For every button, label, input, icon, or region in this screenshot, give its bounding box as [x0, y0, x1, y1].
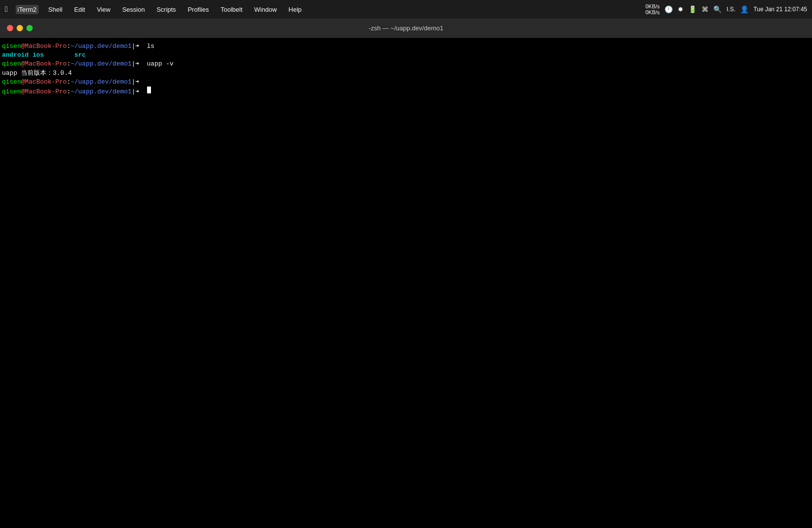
- ls-item-ios: ios: [32, 51, 43, 60]
- menu-item-shell[interactable]: Shell: [46, 5, 64, 14]
- cmd-1: ls: [139, 42, 154, 51]
- prompt-host-3: MacBook-Pro: [25, 60, 67, 68]
- terminal-line-6[interactable]: qisen@MacBook-Pro:~/uapp.dev/demo1|➜: [2, 87, 810, 96]
- prompt-arrow-3: ➜: [135, 60, 139, 68]
- ls-space-1: [29, 51, 33, 60]
- cmd-space-6: [139, 88, 147, 96]
- prompt-at-6: @: [21, 88, 25, 96]
- prompt-arrow-6: ➜: [135, 88, 139, 96]
- bluetooth-icon: ✸: [678, 5, 684, 13]
- prompt-at-3: @: [21, 60, 25, 68]
- ls-item-android: android: [2, 51, 29, 60]
- prompt-user-1: qisen: [2, 42, 21, 51]
- menu-item-toolbelt[interactable]: Toolbelt: [218, 5, 244, 14]
- menu-bar-left:  iTerm2 Shell Edit View Session Scripts…: [5, 5, 645, 14]
- prompt-pipe-3: |: [131, 60, 135, 68]
- datetime: Tue Jan 21 12:07:45: [753, 6, 807, 13]
- prompt-colon-6: :: [67, 88, 71, 96]
- prompt-colon-3: :: [67, 60, 71, 68]
- window-title: -zsh — ~/uapp.dev/demo1: [369, 24, 444, 32]
- prompt-pipe-6: |: [131, 88, 135, 96]
- traffic-lights: [7, 25, 33, 31]
- prompt-pipe-1: |: [131, 42, 135, 51]
- menu-item-view[interactable]: View: [95, 5, 112, 14]
- prompt-host-5: MacBook-Pro: [25, 78, 67, 87]
- terminal-line-5: qisen@MacBook-Pro:~/uapp.dev/demo1|➜: [2, 78, 810, 87]
- prompt-user-5: qisen: [2, 78, 21, 87]
- ls-space-2: [44, 51, 74, 60]
- prompt-path-5: ~/uapp.dev/demo1: [70, 78, 131, 87]
- menu-item-window[interactable]: Window: [252, 5, 278, 14]
- menu-item-scripts[interactable]: Scripts: [154, 5, 178, 14]
- cmd-3: uapp -v: [139, 60, 173, 68]
- wifi-icon: ⌘: [702, 5, 708, 13]
- menu-item-edit[interactable]: Edit: [72, 5, 87, 14]
- output-uapp-version: uapp 当前版本：3.0.4: [2, 69, 72, 78]
- terminal-cursor: [147, 87, 151, 93]
- input-method[interactable]: I.S.: [727, 6, 735, 13]
- terminal-line-3: qisen@MacBook-Pro:~/uapp.dev/demo1|➜ uap…: [2, 60, 810, 68]
- menu-item-help[interactable]: Help: [287, 5, 304, 14]
- prompt-arrow-1: ➜: [135, 42, 139, 51]
- network-status: 0KB/s0KB/s: [645, 3, 660, 15]
- prompt-at-1: @: [21, 42, 25, 51]
- close-button[interactable]: [7, 25, 13, 31]
- prompt-colon-5: :: [67, 78, 71, 87]
- time-machine-icon: 🕛: [664, 5, 673, 13]
- ls-item-src: src: [74, 51, 85, 60]
- prompt-pipe-5: |: [131, 78, 135, 87]
- terminal-content[interactable]: qisen@MacBook-Pro:~/uapp.dev/demo1|➜ ls …: [0, 38, 812, 528]
- prompt-path-6: ~/uapp.dev/demo1: [70, 88, 131, 96]
- minimize-button[interactable]: [17, 25, 23, 31]
- search-icon[interactable]: 🔍: [713, 5, 722, 13]
- prompt-user-3: qisen: [2, 60, 21, 68]
- menu-item-session[interactable]: Session: [120, 5, 147, 14]
- user-icon: 👤: [740, 5, 748, 13]
- apple-logo-icon[interactable]: : [5, 5, 8, 14]
- maximize-button[interactable]: [26, 25, 33, 31]
- title-bar: -zsh — ~/uapp.dev/demo1: [0, 19, 812, 38]
- menu-item-profiles[interactable]: Profiles: [186, 5, 211, 14]
- terminal-line-1: qisen@MacBook-Pro:~/uapp.dev/demo1|➜ ls: [2, 42, 810, 51]
- prompt-host-1: MacBook-Pro: [25, 42, 67, 51]
- prompt-colon-1: :: [67, 42, 71, 51]
- menu-item-iterm2[interactable]: iTerm2: [16, 5, 39, 14]
- prompt-user-6: qisen: [2, 88, 21, 96]
- prompt-host-6: MacBook-Pro: [25, 88, 67, 96]
- terminal-line-4: uapp 当前版本：3.0.4: [2, 69, 810, 78]
- prompt-at-5: @: [21, 78, 25, 87]
- menu-bar-right: 0KB/s0KB/s 🕛 ✸ 🔋 ⌘ 🔍 I.S. 👤 Tue Jan 21 1…: [645, 3, 807, 15]
- prompt-arrow-5: ➜: [135, 78, 139, 87]
- terminal-line-2: android ios src: [2, 51, 810, 60]
- prompt-path-1: ~/uapp.dev/demo1: [70, 42, 131, 51]
- battery-icon: 🔋: [688, 5, 697, 13]
- network-up: 0KB/s0KB/s: [645, 3, 660, 15]
- prompt-path-3: ~/uapp.dev/demo1: [70, 60, 131, 68]
- terminal-window: -zsh — ~/uapp.dev/demo1 qisen@MacBook-Pr…: [0, 19, 812, 528]
- menu-bar:  iTerm2 Shell Edit View Session Scripts…: [0, 0, 812, 19]
